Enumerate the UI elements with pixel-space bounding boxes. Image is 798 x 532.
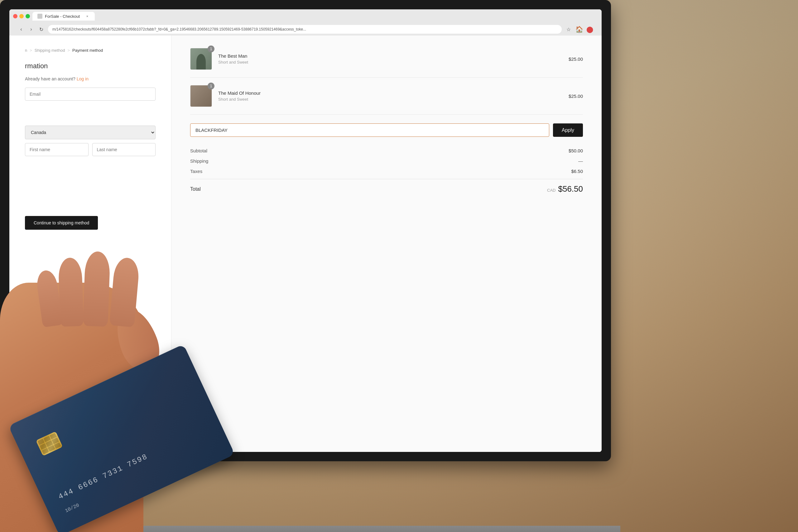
breadcrumb-item-3: Payment method xyxy=(72,48,103,53)
address-bar[interactable]: m/14758162/checkouts/f604458a8752280fe2c… xyxy=(48,25,562,34)
product-image-wrap: 1 xyxy=(190,85,212,107)
browser-chrome: ForSale - Checkout × ‹ › ↻ m/14758162/ch… xyxy=(10,10,602,36)
continue-button[interactable]: Continue to shipping method xyxy=(25,216,98,230)
product-price: $25.00 xyxy=(569,56,583,62)
browser-top-bar: ForSale - Checkout × xyxy=(13,12,598,21)
tab-favicon-icon xyxy=(37,14,42,19)
subtotal-label: Subtotal xyxy=(190,148,207,153)
card-expiry: 10/20 xyxy=(64,502,80,514)
grand-total-row: Total CAD $56.50 xyxy=(190,179,583,196)
country-field-group: Canada xyxy=(25,126,155,139)
tab-bar: ForSale - Checkout × xyxy=(33,12,95,21)
order-totals: Subtotal $50.00 Shipping — Taxes $6.50 T… xyxy=(190,146,583,196)
product-quantity-badge: 1 xyxy=(208,45,214,52)
currency-label: CAD xyxy=(547,188,555,193)
tab-title: ForSale - Checkout xyxy=(45,14,80,19)
url-text: m/14758162/checkouts/f604458a8752280fe2c… xyxy=(52,27,306,32)
email-input[interactable] xyxy=(25,88,155,101)
shipping-value: — xyxy=(578,158,583,164)
browser-actions: ☆ 🏠 ⬤ xyxy=(564,25,594,34)
address-bar-row: ‹ › ↻ m/14758162/checkouts/f604458a87522… xyxy=(13,23,598,36)
product-info: The Best Man Short and Sweet xyxy=(218,53,562,64)
product-subtitle: Short and Sweet xyxy=(218,60,562,64)
taxes-value: $6.50 xyxy=(571,169,583,174)
shipping-label: Shipping xyxy=(190,158,208,164)
subtotal-row: Subtotal $50.00 xyxy=(190,146,583,156)
window-controls xyxy=(13,14,30,18)
close-window-button[interactable] xyxy=(13,14,17,18)
product-info: The Maid Of Honour Short and Sweet xyxy=(218,90,562,101)
product-subtitle: Short and Sweet xyxy=(218,97,562,101)
product-name: The Maid Of Honour xyxy=(218,90,562,96)
breadcrumb-item-1: n xyxy=(25,48,27,53)
subtotal-value: $50.00 xyxy=(569,148,583,153)
login-link[interactable]: Log in xyxy=(77,76,89,81)
refresh-button[interactable]: ↻ xyxy=(37,25,45,34)
login-hint: Already have an account? Log in xyxy=(25,76,155,81)
checkout-right-panel: 1 The Best Man Short and Sweet $25.00 1 xyxy=(171,36,602,452)
grand-total-value: $56.50 xyxy=(558,184,583,194)
menu-icon[interactable]: ⬤ xyxy=(585,25,594,34)
taxes-row: Taxes $6.50 xyxy=(190,166,583,176)
last-name-input[interactable] xyxy=(92,143,156,156)
product-item: 1 The Best Man Short and Sweet $25.00 xyxy=(190,48,583,78)
product-price: $25.00 xyxy=(569,94,583,99)
extensions-icon[interactable]: 🏠 xyxy=(575,25,584,34)
first-name-group xyxy=(25,143,89,156)
breadcrumb-sep-1: > xyxy=(30,48,32,53)
bookmark-icon[interactable]: ☆ xyxy=(564,25,573,34)
taxes-label: Taxes xyxy=(190,169,202,174)
first-name-input[interactable] xyxy=(25,143,89,156)
nav-buttons: ‹ › ↻ xyxy=(17,25,45,34)
shipping-row: Shipping — xyxy=(190,156,583,166)
maximize-window-button[interactable] xyxy=(25,14,30,18)
browser-tab[interactable]: ForSale - Checkout × xyxy=(33,12,95,21)
discount-code-input[interactable] xyxy=(190,124,549,137)
minimize-window-button[interactable] xyxy=(19,14,24,18)
product-image-wrap: 1 xyxy=(190,48,212,70)
breadcrumb: n > Shipping method > Payment method xyxy=(25,48,155,53)
login-hint-text: Already have an account? xyxy=(25,76,75,81)
product-item: 1 The Maid Of Honour Short and Sweet $25… xyxy=(190,85,583,115)
product-quantity-badge: 1 xyxy=(208,82,214,90)
total-label: Total xyxy=(190,186,201,192)
email-field-group xyxy=(25,88,155,101)
tab-close-button[interactable]: × xyxy=(85,14,90,19)
forward-button[interactable]: › xyxy=(27,25,36,34)
product-name: The Best Man xyxy=(218,53,562,59)
apply-button[interactable]: Apply xyxy=(553,124,583,137)
breadcrumb-sep-2: > xyxy=(67,48,70,53)
breadcrumb-item-2: Shipping method xyxy=(35,48,65,53)
discount-section: Apply xyxy=(190,124,583,137)
back-button[interactable]: ‹ xyxy=(17,25,25,34)
card-chip xyxy=(36,431,63,456)
last-name-group xyxy=(92,143,156,156)
grand-total-right: CAD $56.50 xyxy=(547,184,583,194)
country-select[interactable]: Canada xyxy=(25,126,155,139)
form-section-title: rmation xyxy=(25,62,155,70)
name-row xyxy=(25,143,155,160)
middle-finger xyxy=(83,251,110,327)
